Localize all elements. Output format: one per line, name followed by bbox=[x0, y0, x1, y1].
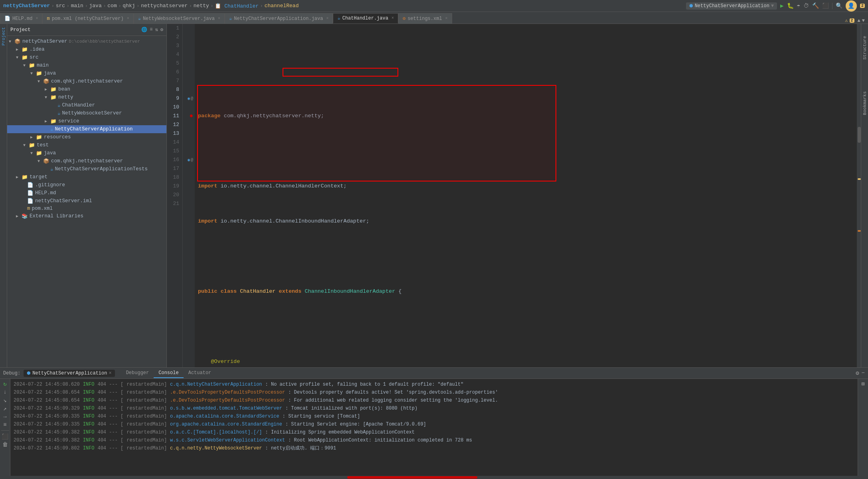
step-over-icon[interactable]: ↓ bbox=[3, 389, 6, 395]
tree-idea[interactable]: ▶ 📁 .idea bbox=[7, 45, 166, 53]
tree-bean[interactable]: ▶ 📁 bean bbox=[7, 85, 166, 93]
project-tab-label[interactable]: Project bbox=[1, 27, 6, 45]
tree-iml[interactable]: ▶ 📄 nettyChatServer.iml bbox=[7, 197, 166, 205]
debugger-tab[interactable]: Debugger bbox=[121, 369, 154, 378]
code-content[interactable]: package com.qhkj.nettychatserver.netty; … bbox=[195, 24, 857, 367]
run-config[interactable]: ⬢ NettyChatServerApplication ▼ bbox=[686, 2, 777, 10]
tree-java[interactable]: ▼ 📁 java bbox=[7, 69, 166, 77]
scope-icon[interactable]: 🌐 bbox=[141, 27, 147, 33]
tree-root[interactable]: ▼ 📦 nettyChatServer D:\code\bbb\nettyCha… bbox=[7, 37, 166, 45]
sort-icon[interactable]: ⇅ bbox=[155, 27, 158, 33]
build-button[interactable]: 🔨 bbox=[812, 2, 819, 9]
console-tab[interactable]: Console bbox=[154, 369, 183, 378]
tab-chathandler[interactable]: ☕ ChatHandler.java × bbox=[333, 13, 398, 24]
step-out-icon[interactable]: ↗ bbox=[3, 405, 6, 412]
step-into-icon[interactable]: ↘ bbox=[3, 397, 6, 404]
tab-netty-ws[interactable]: ☕ NettyWebsocketServer.java × bbox=[134, 13, 225, 24]
tree-service[interactable]: ▶ 📁 service bbox=[7, 117, 166, 125]
scroll-thumb bbox=[858, 127, 861, 143]
settings-icon[interactable]: ⚙ bbox=[856, 370, 859, 376]
run-to-cursor-icon[interactable]: → bbox=[3, 414, 6, 420]
debug-button[interactable]: 🐛 bbox=[787, 2, 794, 9]
tree-arrow: ▶ bbox=[16, 214, 22, 219]
debug-session[interactable]: ⬢ NettyChatServerApplication × bbox=[24, 370, 115, 377]
stop-button[interactable]: ⬛ bbox=[822, 2, 829, 9]
tree-app-tests[interactable]: ▶ ☕ NettyChatServerApplicationTests bbox=[7, 165, 166, 173]
code-line-4: import io.netty.channel.ChannelInboundHa… bbox=[198, 217, 854, 226]
java-file-icon: ☕ bbox=[57, 102, 61, 108]
tree-arrow: ▼ bbox=[9, 39, 14, 44]
tab-app[interactable]: ☕ NettyChatServerApplication.java × bbox=[225, 13, 333, 24]
tab-pom[interactable]: m pom.xml (nettyChatServer) × bbox=[42, 13, 133, 24]
tree-src[interactable]: ▼ 📁 src bbox=[7, 53, 166, 61]
sidebar-header: Project 🌐 ≡ ⇅ ⚙ bbox=[7, 24, 166, 36]
expand-icon[interactable]: ▲ bbox=[858, 18, 860, 24]
tree-label: com.qhkj.nettychatserver bbox=[51, 79, 123, 84]
expand-icon[interactable]: ⊞ bbox=[861, 380, 864, 387]
tab-close[interactable]: × bbox=[127, 16, 129, 21]
tree-help[interactable]: ▶ 📄 HELP.md bbox=[7, 189, 166, 197]
console-log[interactable]: 2024-07-22 14:45:08.620 INFO 404 --- [ r… bbox=[10, 379, 858, 476]
tab-close[interactable]: × bbox=[391, 16, 394, 20]
bookmark-mark: @ bbox=[191, 158, 193, 162]
tree-chathandler[interactable]: ▶ ☕ ChatHandler bbox=[7, 101, 166, 109]
tree-test[interactable]: ▼ 📁 test bbox=[7, 141, 166, 149]
tab-close[interactable]: × bbox=[445, 16, 448, 21]
main-layout: Project Project 🌐 ≡ ⇅ ⚙ ▼ 📦 nettyChatSer… bbox=[0, 24, 868, 367]
tree-nettyws[interactable]: ▶ ☕ NettyWebsocketServer bbox=[7, 109, 166, 117]
breakpoint-icon[interactable]: ● bbox=[189, 112, 193, 120]
maven-icon: m bbox=[27, 206, 30, 211]
left-panel-tab: Project bbox=[0, 24, 7, 367]
tree-test-java[interactable]: ▼ 📁 java bbox=[7, 149, 166, 157]
line-numbers: 1 2 3 4 5 6 7 8 9 10 11 12 13 14 15 16 1… bbox=[167, 24, 183, 367]
code-area[interactable]: 1 2 3 4 5 6 7 8 9 10 11 12 13 14 15 16 1… bbox=[167, 24, 861, 367]
tab-close[interactable]: × bbox=[36, 16, 38, 21]
evaluate-icon[interactable]: ≡ bbox=[3, 422, 6, 428]
tab-close[interactable]: × bbox=[218, 16, 220, 21]
run-button[interactable]: ▶ bbox=[780, 2, 783, 9]
toolbar-right: ⬢ NettyChatServerApplication ▼ ▶ 🐛 ☂ ⏱ 🔨… bbox=[686, 0, 865, 12]
minimize-icon[interactable]: ▼ bbox=[862, 18, 865, 24]
minimize-panel-icon[interactable]: − bbox=[862, 370, 865, 376]
tree-test-package[interactable]: ▼ 📦 com.qhkj.nettychatserver bbox=[7, 157, 166, 165]
structure-label[interactable]: Structure bbox=[862, 36, 867, 59]
collapse-all-icon[interactable]: ≡ bbox=[150, 27, 152, 33]
tree-label: target bbox=[30, 174, 47, 180]
tree-main[interactable]: ▼ 📁 main bbox=[7, 61, 166, 69]
tree-ext-libs[interactable]: ▶ 📚 External Libraries bbox=[7, 212, 166, 220]
bottom-scrollbar[interactable] bbox=[0, 476, 868, 479]
tree-label: service bbox=[58, 118, 79, 124]
profile-button[interactable]: ⏱ bbox=[803, 3, 809, 9]
tree-resources[interactable]: ▶ 📁 resources bbox=[7, 133, 166, 141]
tree-package[interactable]: ▼ 📦 com.qhkj.nettychatserver bbox=[7, 77, 166, 85]
code-line-8: @Override bbox=[198, 357, 854, 366]
tree-gitignore[interactable]: ▶ 📄 .gitignore bbox=[7, 181, 166, 189]
tree-main-app[interactable]: ▶ ☕ NettyChatServerApplication bbox=[7, 125, 166, 133]
trash-icon[interactable]: 🗑 bbox=[2, 442, 8, 448]
right-scrollbar[interactable] bbox=[857, 24, 861, 367]
search-button[interactable]: 🔍 bbox=[836, 2, 842, 9]
tree-netty[interactable]: ▼ 📁 netty bbox=[7, 93, 166, 101]
root-path: D:\code\bbb\nettyChatServer bbox=[69, 39, 140, 44]
tree-arrow: ▼ bbox=[38, 159, 43, 164]
folder-icon: 📁 bbox=[36, 134, 42, 140]
coverage-button[interactable]: ☂ bbox=[797, 2, 800, 9]
tree-label: pom.xml bbox=[32, 206, 53, 211]
folder-icon: 📁 bbox=[22, 46, 28, 53]
sidebar: Project 🌐 ≡ ⇅ ⚙ ▼ 📦 nettyChatServer D:\c… bbox=[7, 24, 167, 367]
tab-close[interactable]: × bbox=[326, 16, 328, 21]
gear-icon[interactable]: ⚙ bbox=[160, 27, 163, 33]
bookmarks-label[interactable]: Bookmarks bbox=[862, 91, 867, 115]
stop-debug-icon[interactable]: ⬛ bbox=[2, 433, 8, 440]
tree-pom[interactable]: ▶ m pom.xml bbox=[7, 205, 166, 212]
debug-panel: Debug: ⬢ NettyChatServerApplication × De… bbox=[0, 367, 868, 479]
tab-settings[interactable]: ⚙ settings.xml × bbox=[398, 13, 452, 24]
project-name[interactable]: nettyChatServer bbox=[3, 3, 50, 9]
tab-help[interactable]: 📄 HELP.md × bbox=[0, 13, 42, 24]
code-line-2 bbox=[198, 147, 854, 156]
tree-target[interactable]: ▶ 📁 target bbox=[7, 173, 166, 181]
actuator-tab[interactable]: Actuator bbox=[184, 369, 216, 378]
resume-icon[interactable]: ↻ bbox=[3, 380, 6, 387]
user-avatar[interactable]: 👤 bbox=[846, 0, 857, 12]
session-close[interactable]: × bbox=[109, 371, 111, 376]
